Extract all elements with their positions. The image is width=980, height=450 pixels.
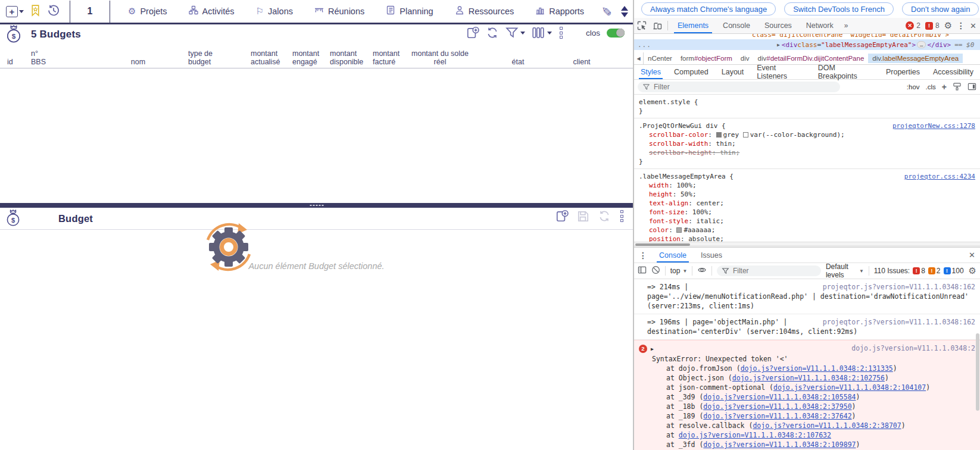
css-declaration-font-style[interactable]: font-style: italic;: [639, 217, 975, 226]
sort-arrows-icon[interactable]: [621, 6, 628, 17]
styles-tab-accessibility[interactable]: Accessibility: [926, 65, 980, 79]
column-header-id[interactable]: id: [7, 58, 31, 66]
context-selector[interactable]: top▼: [670, 267, 688, 275]
styles-tab-dom-breakpoints[interactable]: DOM Breakpoints: [812, 65, 879, 79]
devtools-tab-elements[interactable]: Elements: [670, 18, 716, 33]
stack-frame-link[interactable]: dojo.js?version=V11.1.1.0348:2:107632: [679, 431, 831, 439]
new-style-rule-icon[interactable]: +: [942, 82, 947, 92]
css-declaration-height[interactable]: height: 50%;: [639, 190, 975, 199]
expand-node-icon[interactable]: ▶: [777, 42, 780, 48]
column-header-client[interactable]: client: [558, 58, 605, 66]
nav-item-ressources[interactable]: Ressources: [455, 5, 514, 17]
stack-frame-link[interactable]: dojo.js?version=V11.1.1.0348:2:109897: [703, 440, 856, 449]
log-levels-selector[interactable]: Default levels▼: [826, 262, 864, 279]
clipped-html-line[interactable]: class="dijitContentPane" widgetid="detai…: [634, 34, 980, 39]
console-menu-icon[interactable]: ⋮: [634, 251, 652, 260]
tab-counter[interactable]: 1: [80, 6, 100, 17]
dismiss-language-button[interactable]: Don't show again: [902, 2, 979, 15]
settings-gear-icon[interactable]: ⚙: [944, 20, 952, 31]
devtools-tab-console[interactable]: Console: [716, 18, 757, 33]
css-declaration-font-size[interactable]: font-size: 100%;: [639, 208, 975, 217]
kebab-menu-icon[interactable]: [558, 27, 564, 39]
styles-tab-styles[interactable]: Styles: [634, 65, 667, 79]
add-document-icon[interactable]: [555, 210, 569, 223]
closed-filter-toggle[interactable]: [607, 29, 625, 38]
stack-frame-link[interactable]: dojo.js?version=V11.1.1.0348:2:38707: [753, 421, 901, 430]
column-header-montant-du-solde-reel[interactable]: montant du solderéel: [402, 49, 477, 66]
nav-item-activites[interactable]: Activités: [189, 5, 235, 17]
inspect-element-icon[interactable]: [634, 21, 650, 30]
css-declaration-text-align[interactable]: text-align: center;: [639, 199, 975, 208]
toggle-element-state-button[interactable]: :hov: [907, 83, 920, 90]
selected-dom-node-row[interactable]: ... ▶ <div class="labelMessageEmptyArea"…: [634, 39, 980, 50]
match-language-button[interactable]: Always match Chrome's language: [641, 2, 776, 15]
scrollbar-thumb[interactable]: [635, 243, 690, 246]
css-declaration-scrollbar-color[interactable]: scrollbar-color: grey var(--color-backgr…: [639, 130, 975, 139]
column-header-etat[interactable]: état: [477, 58, 558, 66]
css-selector[interactable]: element.style {: [639, 98, 975, 107]
log-source-link[interactable]: projeqtor.js?version=V11.1.1.0348:162: [816, 317, 975, 327]
styles-tab-event-listeners[interactable]: Event Listeners: [750, 65, 812, 79]
add-button[interactable]: +: [6, 6, 24, 17]
column-header-n-bbs[interactable]: n°BBS: [31, 49, 90, 66]
log-source-link[interactable]: dojo.js?version=V11.1.1.0348:2: [844, 343, 975, 354]
save-icon[interactable]: [577, 210, 589, 223]
stylesheet-link[interactable]: projeqtor.css:4234: [904, 172, 975, 181]
stack-frame-link[interactable]: dojo.js?version=V11.1.1.0348:2:131335: [741, 364, 893, 373]
kebab-menu-icon[interactable]: [619, 210, 625, 222]
nav-item-projets[interactable]: ⚙Projets: [128, 6, 167, 17]
stack-frame-link[interactable]: dojo.js?version=V11.1.1.0348:2:102756: [732, 374, 885, 382]
column-header-type-de-budget[interactable]: type debudget: [186, 49, 248, 66]
column-header-montant-engage[interactable]: montantengagé: [290, 49, 327, 66]
breadcrumb-div[interactable]: div: [736, 54, 754, 63]
refresh-icon[interactable]: [598, 210, 611, 223]
stack-frame-link[interactable]: dojo.js?version=V11.1.1.0348:2:37950: [703, 402, 851, 411]
nav-item-reunions[interactable]: Réunions: [314, 5, 364, 17]
color-swatch[interactable]: [716, 132, 722, 138]
nav-item-jalons[interactable]: ⚐Jalons: [256, 6, 293, 17]
css-declaration-color[interactable]: color: #aaaaaa;: [639, 226, 975, 235]
pencil-icon[interactable]: ✎: [599, 6, 613, 17]
live-expression-eye-icon[interactable]: [697, 265, 707, 276]
filter-funnel-icon[interactable]: [505, 27, 525, 39]
refresh-icon[interactable]: [486, 26, 499, 39]
column-header-montant-facture[interactable]: montantfacturé: [370, 49, 402, 66]
nav-item-rapports[interactable]: Rapports: [535, 5, 584, 17]
color-swatch[interactable]: [676, 227, 682, 233]
console-tab-issues[interactable]: Issues: [694, 248, 729, 262]
element-classes-button[interactable]: .cls: [926, 83, 936, 90]
expand-error-icon[interactable]: ▶: [651, 346, 654, 352]
overflow-dots[interactable]: ...: [638, 41, 651, 49]
css-declaration-scrollbar-height[interactable]: scrollbar-height: thin;: [639, 148, 975, 157]
history-icon[interactable]: [47, 4, 60, 19]
stylesheet-link[interactable]: projeqtorNew.css:1278: [892, 121, 975, 130]
styles-tab-properties[interactable]: Properties: [879, 65, 926, 79]
console-vertical-scrollbar[interactable]: [976, 333, 979, 411]
nav-item-planning[interactable]: Planning: [386, 5, 433, 17]
styles-horizontal-scrollbar[interactable]: [634, 242, 980, 246]
devtools-menu-icon[interactable]: ⋮: [957, 21, 965, 30]
dock-sidebar-icon[interactable]: [967, 82, 976, 92]
collapsed-content-ellipsis[interactable]: …: [917, 41, 926, 48]
clear-console-icon[interactable]: [651, 265, 660, 276]
issues-summary[interactable]: 110 Issues: !8!2!100: [874, 267, 964, 275]
stack-frame-link[interactable]: dojo.js?version=V11.1.1.0348:2:105584: [703, 393, 856, 401]
column-header-montant-disponible[interactable]: montantdisponible: [327, 49, 370, 66]
stack-frame-link[interactable]: dojo.js?version=V11.1.1.0348:2:104107: [773, 383, 926, 392]
more-tabs-icon[interactable]: »: [841, 21, 851, 30]
switch-language-button[interactable]: Switch DevTools to French: [784, 2, 894, 15]
show-console-sidebar-icon[interactable]: [638, 265, 647, 276]
css-declaration-width[interactable]: width: 100%;: [639, 181, 975, 190]
breadcrumb-scroll-left-icon[interactable]: ◀: [634, 52, 644, 64]
horizontal-splitter[interactable]: [0, 203, 633, 208]
breadcrumb-formobjectform[interactable]: form#objectForm: [676, 54, 736, 63]
error-badge-icon[interactable]: ✕: [906, 21, 914, 30]
styles-tab-layout[interactable]: Layout: [715, 65, 751, 79]
bookmark-star-icon[interactable]: [30, 4, 41, 19]
color-swatch[interactable]: [743, 132, 748, 138]
console-tab-console[interactable]: Console: [652, 248, 694, 262]
breadcrumb-divdetailformdivdijitcontentpane[interactable]: div#detailFormDiv.dijitContentPane: [754, 54, 869, 63]
devtools-tab-network[interactable]: Network: [799, 18, 841, 33]
columns-icon[interactable]: [532, 27, 552, 39]
breadcrumb-divlabelmessageemptyarea[interactable]: div.labelMessageEmptyArea: [868, 54, 963, 63]
